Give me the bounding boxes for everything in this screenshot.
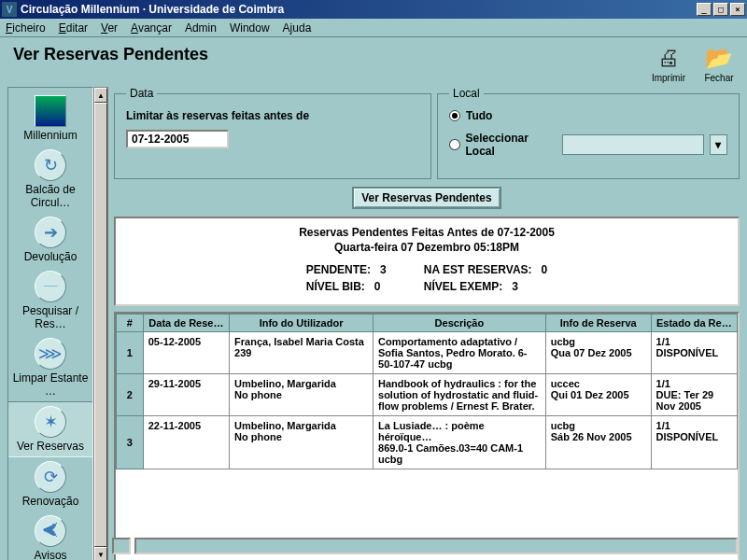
- menu-admin[interactable]: Admin: [185, 21, 217, 35]
- sidebar-item-pesquisar[interactable]: 𝄖 Pesquisar / Res…: [8, 267, 92, 334]
- sidebar-item-avisos[interactable]: ⮜ Avisos: [8, 511, 92, 560]
- millennium-icon: [35, 95, 66, 127]
- table-cell: 1: [117, 332, 144, 374]
- app-icon: [2, 2, 17, 17]
- window-title: Circulação Millennium · Universidade de …: [21, 3, 697, 16]
- sidebar-item-ver-reservas[interactable]: ✶ Ver Reservas: [8, 401, 92, 457]
- sidebar-item-label: Avisos: [34, 549, 66, 560]
- menu-window[interactable]: Window: [230, 21, 270, 35]
- table-cell: França, Isabel Maria Costa239: [230, 332, 374, 374]
- table-cell: La Lusiade… : poème héroïque…869.0-1 Cam…: [374, 416, 546, 469]
- sidebar-scrollbar[interactable]: ▲ ▼: [93, 87, 108, 560]
- col-desc[interactable]: Descrição: [374, 315, 546, 332]
- table-cell: Handbook of hydraulics : for the solutio…: [374, 374, 546, 416]
- radio-seleccionar-label: Seleccionar Local: [466, 132, 557, 158]
- table-cell: ucbgSáb 26 Nov 2005: [545, 416, 651, 469]
- results-table-wrap: # Data de Rese… Info do Utilizador Descr…: [114, 312, 740, 560]
- stat-pendente-label: PENDENTE:: [306, 263, 371, 276]
- stat-naest-value: 0: [542, 263, 548, 276]
- balcao-icon: ↻: [35, 149, 66, 181]
- renovacao-icon: ⟳: [35, 461, 66, 493]
- data-fieldset: Data Limitar às reservas feitas antes de: [114, 87, 431, 179]
- table-cell: 1/1DISPONÍVEL: [651, 416, 737, 469]
- table-row[interactable]: 229-11-2005Umbelino, MargaridaNo phoneHa…: [117, 374, 738, 416]
- table-cell: Comportamento adaptativo / Sofia Santos,…: [374, 332, 546, 374]
- table-cell: 2: [117, 374, 144, 416]
- stat-pendente-value: 3: [380, 263, 387, 276]
- page-title: Ver Reservas Pendentes: [13, 45, 652, 64]
- printer-icon: [654, 45, 684, 71]
- devolucao-icon: ➔: [35, 217, 66, 248]
- menu-avancar[interactable]: Avançar: [131, 21, 172, 35]
- limpar-icon: ⋙: [35, 338, 66, 370]
- close-button[interactable]: ×: [730, 3, 745, 16]
- radio-seleccionar[interactable]: [449, 139, 460, 150]
- maximize-button[interactable]: □: [713, 3, 728, 16]
- local-legend: Local: [449, 87, 484, 100]
- results-table: # Data de Rese… Info do Utilizador Descr…: [116, 314, 738, 469]
- table-row[interactable]: 105-12-2005França, Isabel Maria Costa239…: [117, 332, 738, 374]
- folder-open-icon: [704, 45, 734, 71]
- sidebar-item-label: Devolução: [24, 250, 78, 263]
- close-action-button[interactable]: Fechar: [704, 45, 734, 83]
- col-user[interactable]: Info do Utilizador: [230, 315, 374, 332]
- stat-nivbib-label: NÍVEL BIB:: [306, 280, 365, 293]
- sidebar-item-label: Balcão de Circul…: [10, 183, 91, 209]
- window-titlebar: Circulação Millennium · Universidade de …: [0, 0, 747, 19]
- scroll-down-button[interactable]: ▼: [94, 547, 107, 560]
- local-select-arrow[interactable]: ▾: [710, 134, 727, 155]
- date-input[interactable]: [126, 130, 229, 148]
- sidebar-item-label: Pesquisar / Res…: [10, 304, 91, 330]
- table-cell: uccecQui 01 Dez 2005: [545, 374, 651, 416]
- data-filter-label: Limitar às reservas feitas antes de: [126, 109, 419, 122]
- table-cell: Umbelino, MargaridaNo phone: [230, 374, 374, 416]
- report-title: Reservas Pendentes Feitas Antes de 07-12…: [123, 226, 730, 239]
- data-legend: Data: [126, 87, 157, 100]
- table-cell: Umbelino, MargaridaNo phone: [230, 416, 374, 469]
- table-cell: 1/1DISPONÍVEL: [651, 332, 737, 374]
- table-cell: 29-11-2005: [143, 374, 229, 416]
- ver-reservas-button[interactable]: Ver Reservas Pendentes: [352, 187, 500, 209]
- sidebar-item-balcao[interactable]: ↻ Balcão de Circul…: [8, 146, 92, 213]
- local-select[interactable]: [562, 134, 704, 155]
- table-cell: 22-11-2005: [143, 416, 229, 469]
- scroll-thumb[interactable]: [94, 103, 107, 547]
- sidebar-item-label: Renovação: [22, 495, 79, 508]
- radio-tudo-label: Tudo: [466, 109, 492, 122]
- sidebar: Millennium ↻ Balcão de Circul… ➔ Devoluç…: [7, 87, 93, 560]
- scroll-up-button[interactable]: ▲: [94, 88, 107, 103]
- sidebar-item-label: Ver Reservas: [17, 440, 84, 453]
- print-button[interactable]: Imprimir: [652, 45, 685, 83]
- sidebar-item-renovacao[interactable]: ⟳ Renovação: [8, 457, 92, 511]
- col-status[interactable]: Estado da Re…: [651, 315, 737, 332]
- sidebar-item-devolucao[interactable]: ➔ Devolução: [8, 213, 92, 267]
- col-reserve[interactable]: Info de Reserva: [545, 315, 651, 332]
- col-num[interactable]: #: [117, 315, 144, 332]
- table-cell: 1/1DUE: Ter 29 Nov 2005: [651, 374, 737, 416]
- stat-nivbib-value: 0: [374, 280, 381, 293]
- radio-tudo[interactable]: [449, 110, 460, 121]
- sidebar-item-label: Limpar Estante …: [10, 371, 91, 398]
- status-segment-2: [134, 538, 738, 554]
- ver-reservas-icon: ✶: [35, 406, 66, 438]
- avisos-icon: ⮜: [35, 515, 66, 547]
- sidebar-item-label: Millennium: [23, 129, 77, 142]
- minimize-button[interactable]: _: [697, 3, 712, 16]
- report-panel: Reservas Pendentes Feitas Antes de 07-12…: [114, 217, 740, 306]
- col-date[interactable]: Data de Rese…: [143, 315, 229, 332]
- pesquisar-icon: 𝄖: [35, 271, 66, 302]
- menu-ver[interactable]: Ver: [101, 21, 118, 35]
- stat-nivexemp-label: NÍVEL EXEMP:: [424, 280, 502, 293]
- table-row[interactable]: 322-11-2005Umbelino, MargaridaNo phoneLa…: [117, 416, 738, 469]
- menu-ajuda[interactable]: Ajuda: [283, 21, 312, 35]
- local-fieldset: Local Tudo Seleccionar Local ▾: [437, 87, 740, 179]
- stat-naest-label: NA EST RESERVAS:: [424, 263, 532, 276]
- sidebar-item-limpar[interactable]: ⋙ Limpar Estante …: [8, 334, 92, 401]
- report-subtitle: Quarta-feira 07 Dezembro 05:18PM: [123, 241, 730, 254]
- menubar: Ficheiro Editar Ver Avançar Admin Window…: [0, 19, 747, 37]
- menu-editar[interactable]: Editar: [59, 21, 88, 35]
- table-cell: 3: [117, 416, 144, 469]
- sidebar-item-millennium[interactable]: Millennium: [8, 91, 92, 146]
- stat-nivexemp-value: 3: [512, 280, 518, 293]
- menu-ficheiro[interactable]: Ficheiro: [6, 21, 46, 35]
